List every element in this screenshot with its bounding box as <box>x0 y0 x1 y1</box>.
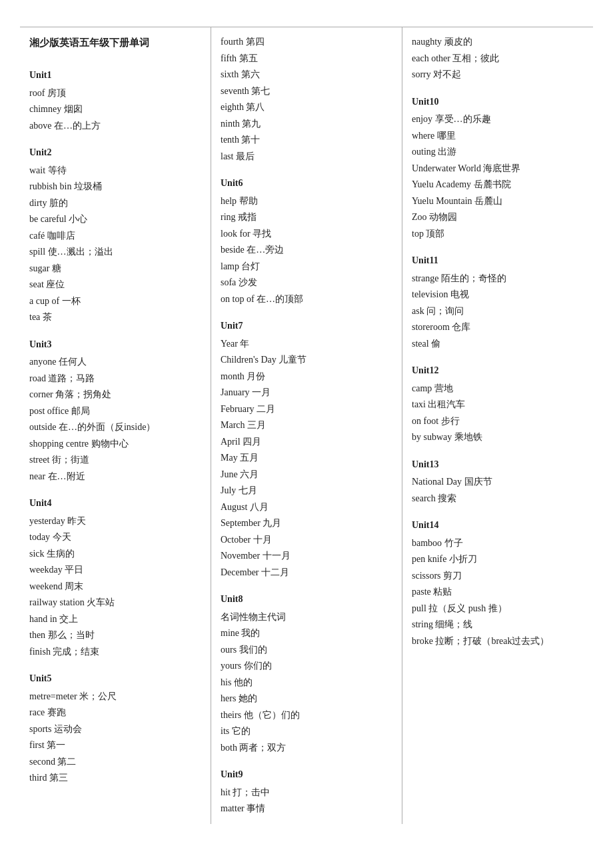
word-item: look for 寻找 <box>221 226 392 243</box>
word-item: string 细绳；线 <box>412 617 584 633</box>
word-item: outing 出游 <box>412 144 584 161</box>
word-item: hit 打；击中 <box>221 785 392 801</box>
word-item: seat 座位 <box>29 277 201 293</box>
unit-title: Unit7 <box>221 318 392 335</box>
word-item: shopping centre 购物中心 <box>29 436 201 453</box>
word-item: second 第二 <box>29 754 201 771</box>
word-item: a cup of 一杯 <box>29 293 201 310</box>
unit-title: Unit8 <box>221 591 392 608</box>
word-item: eighth 第八 <box>221 99 392 116</box>
word-item: road 道路；马路 <box>29 371 201 387</box>
word-item: weekend 周末 <box>29 579 201 595</box>
column: fourth 第四fifth 第五sixth 第六seventh 第七eight… <box>211 27 402 824</box>
word-item: its 它的 <box>221 723 392 740</box>
column: naughty 顽皮的each other 互相；彼此sorry 对不起Unit… <box>402 27 593 824</box>
word-item: 名词性物主代词 <box>221 609 392 626</box>
word-item: near 在…附近 <box>29 469 201 485</box>
word-item: sports 运动会 <box>29 721 201 738</box>
word-item: month 月份 <box>221 369 392 385</box>
word-item: post office 邮局 <box>29 403 201 420</box>
word-item: pull 拉（反义 push 推） <box>412 601 584 617</box>
word-item: lamp 台灯 <box>221 259 392 275</box>
word-item: scissors 剪刀 <box>412 568 584 585</box>
unit-title: Unit4 <box>29 495 201 512</box>
word-item: today 今天 <box>29 529 201 546</box>
word-item: ring 戒指 <box>221 209 392 226</box>
word-item: camp 营地 <box>412 381 584 397</box>
word-item: Year 年 <box>221 336 392 353</box>
word-item: April 四月 <box>221 434 392 451</box>
word-item: top 顶部 <box>412 226 584 243</box>
word-item: by subway 乘地铁 <box>412 429 584 446</box>
word-item: January 一月 <box>221 385 392 401</box>
word-item: be careful 小心 <box>29 211 201 228</box>
word-item: above 在…的上方 <box>29 118 201 135</box>
word-item: Underwater World 海底世界 <box>412 161 584 177</box>
unit-title: Unit11 <box>412 253 584 269</box>
word-item: tenth 第十 <box>221 132 392 149</box>
word-item: yours 你们的 <box>221 658 392 675</box>
word-item: sorry 对不起 <box>412 67 584 83</box>
word-item: on foot 步行 <box>412 413 584 430</box>
unit-title: Unit13 <box>412 457 584 473</box>
word-item: Yuelu Mountain 岳麓山 <box>412 193 584 210</box>
unit-title: Unit12 <box>412 363 584 379</box>
word-item: September 九月 <box>221 515 392 532</box>
word-item: bamboo 竹子 <box>412 535 584 552</box>
unit-title: Unit2 <box>29 145 201 161</box>
word-item: beside 在…旁边 <box>221 242 392 259</box>
word-item: August 八月 <box>221 499 392 516</box>
word-item: November 十一月 <box>221 548 392 565</box>
word-item: outside 在…的外面（反inside） <box>29 419 201 436</box>
word-item: wait 等待 <box>29 163 201 179</box>
word-item: café 咖啡店 <box>29 228 201 245</box>
word-item: last 最后 <box>221 149 392 165</box>
unit-title: Unit5 <box>29 671 201 687</box>
word-item: July 七月 <box>221 483 392 499</box>
word-item: hers 她的 <box>221 691 392 707</box>
page: 湘少版英语五年级下册单词Unit1roof 房顶chimney 烟囱above … <box>20 27 593 824</box>
word-item: theirs 他（它）们的 <box>221 707 392 724</box>
word-item: storeroom 仓库 <box>412 319 584 336</box>
word-item: Yuelu Academy 岳麓书院 <box>412 177 584 193</box>
word-item: corner 角落；拐角处 <box>29 387 201 403</box>
word-item: where 哪里 <box>412 128 584 145</box>
word-item: metre=meter 米；公尺 <box>29 689 201 705</box>
word-item: broke 拉断；打破（break过去式） <box>412 633 584 650</box>
unit-title: Unit9 <box>221 767 392 783</box>
word-item: third 第三 <box>29 770 201 787</box>
word-item: fifth 第五 <box>221 51 392 67</box>
word-item: first 第一 <box>29 737 201 754</box>
word-item: Children's Day 儿童节 <box>221 352 392 369</box>
word-item: rubbish bin 垃圾桶 <box>29 179 201 195</box>
unit-title: Unit6 <box>221 175 392 192</box>
unit-title: Unit3 <box>29 337 201 353</box>
word-item: sixth 第六 <box>221 67 392 83</box>
word-item: Zoo 动物园 <box>412 209 584 226</box>
word-item: enjoy 享受…的乐趣 <box>412 111 584 128</box>
word-item: ninth 第九 <box>221 116 392 133</box>
word-item: March 三月 <box>221 417 392 434</box>
word-item: spill 使…溅出；溢出 <box>29 244 201 261</box>
unit-title: Unit14 <box>412 517 584 534</box>
word-item: dirty 脏的 <box>29 195 201 212</box>
word-item: tea 茶 <box>29 309 201 326</box>
word-item: hand in 交上 <box>29 611 201 628</box>
word-item: mine 我的 <box>221 625 392 642</box>
word-item: each other 互相；彼此 <box>412 51 584 67</box>
word-item: steal 偷 <box>412 336 584 353</box>
unit-title: Unit1 <box>29 67 201 84</box>
page-title: 湘少版英语五年级下册单词 <box>29 34 201 51</box>
word-item: ask 问；询问 <box>412 303 584 320</box>
word-item: October 十月 <box>221 532 392 549</box>
word-item: sofa 沙发 <box>221 275 392 291</box>
word-item: chimney 烟囱 <box>29 101 201 118</box>
word-item: search 搜索 <box>412 491 584 507</box>
word-item: pen knife 小折刀 <box>412 551 584 568</box>
word-item: National Day 国庆节 <box>412 474 584 491</box>
word-item: anyone 任何人 <box>29 354 201 371</box>
word-item: December 十二月 <box>221 565 392 581</box>
word-item: fourth 第四 <box>221 34 392 51</box>
unit-title: Unit10 <box>412 94 584 111</box>
word-item: weekday 平日 <box>29 562 201 579</box>
